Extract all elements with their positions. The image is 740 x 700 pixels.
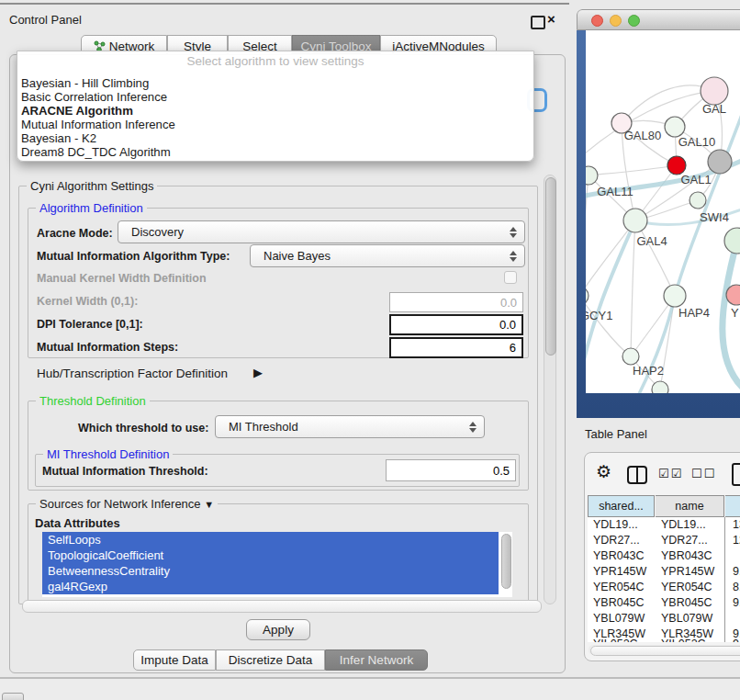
column-header-label: name <box>675 500 703 513</box>
table-horizontal-scrollbar[interactable] <box>589 645 740 655</box>
data-attributes-list[interactable]: SelfLoops TopologicalCoefficient Between… <box>42 532 512 597</box>
table-cell[interactable]: 12 <box>727 533 740 548</box>
network-graph[interactable]: GAL GAL80 GAL10 GAL1 GAL11 SWI4 GAL4 GCY… <box>586 30 740 393</box>
settings-vertical-scrollbar-thumb[interactable] <box>545 177 556 356</box>
hub-section-label[interactable]: Hub/Transcription Factor Definition <box>37 367 228 380</box>
apply-button[interactable]: Apply <box>246 619 310 640</box>
algorithm-option[interactable]: Bayesian - Hill Climbing <box>21 76 526 90</box>
attribute-item[interactable]: TopologicalCoefficient <box>42 548 499 563</box>
sources-expanded-arrow-icon[interactable]: ▼ <box>204 499 214 510</box>
table-cell[interactable]: 8. <box>727 580 740 595</box>
mi-steps-input[interactable] <box>389 337 523 358</box>
table-cell[interactable]: YBL079W <box>656 611 724 627</box>
table-cell[interactable]: YBR045C <box>656 595 724 611</box>
node-swi4[interactable] <box>690 192 706 209</box>
table-cell[interactable]: 13 <box>727 517 740 533</box>
column-separator <box>724 517 725 642</box>
mi-threshold-group-title: MI Threshold Definition <box>43 447 173 461</box>
column-header-third[interactable] <box>725 495 740 517</box>
attribute-item[interactable]: SelfLoops <box>42 532 499 548</box>
node-gal4[interactable] <box>623 209 647 232</box>
table-cell[interactable]: YBR045C <box>588 595 656 611</box>
tab-discretize-data[interactable]: Discretize Data <box>216 649 325 671</box>
network-canvas[interactable]: GAL GAL80 GAL10 GAL1 GAL11 SWI4 GAL4 GCY… <box>586 30 740 393</box>
which-threshold-select[interactable]: MI Threshold <box>215 415 485 438</box>
table-cell[interactable] <box>727 611 740 627</box>
table-cell[interactable]: YIL052C <box>656 637 724 642</box>
data-attributes-label: Data Attributes <box>35 516 120 530</box>
tab-impute-data[interactable]: Impute Data <box>133 649 216 671</box>
algorithm-option[interactable]: Basic Correlation Inference <box>21 90 526 104</box>
network-window-titlebar[interactable] <box>577 9 740 30</box>
node-bottom[interactable] <box>652 381 668 393</box>
table-cell[interactable]: YDR27... <box>588 533 656 548</box>
table-cell[interactable]: 9. <box>727 595 740 611</box>
algorithm-option[interactable]: Dream8 DC_TDC Algorithm <box>21 145 526 159</box>
hub-collapsed-arrow-icon[interactable]: ▶ <box>253 366 263 379</box>
table-cell[interactable]: YBR043C <box>588 548 656 564</box>
dpi-tolerance-input[interactable] <box>389 314 523 335</box>
settings-horizontal-scrollbar[interactable] <box>22 600 542 613</box>
node-gal2[interactable] <box>701 77 728 105</box>
table-cell[interactable]: YBR043C <box>656 548 724 564</box>
node-gray[interactable] <box>708 150 732 174</box>
bottom-left-mini-button[interactable] <box>2 693 24 700</box>
attributes-scrollbar-thumb[interactable] <box>501 534 511 589</box>
node-large-right[interactable] <box>724 228 740 254</box>
table-body[interactable]: YDL19... YDL19... 13 YDR27... YDR27... 1… <box>588 517 740 642</box>
table-cell[interactable]: YER054C <box>588 580 656 595</box>
float-window-icon[interactable] <box>531 16 545 29</box>
column-header-shared-name[interactable]: shared... <box>588 495 655 517</box>
column-header-label: shared... <box>599 500 644 513</box>
split-columns-icon[interactable] <box>627 466 647 484</box>
attribute-item[interactable]: gal4RGexp <box>42 579 499 594</box>
node-gal1-selected[interactable] <box>667 156 686 175</box>
select-all-columns-icon[interactable]: ☑☑ <box>658 467 683 480</box>
aracne-mode-value: Discovery <box>131 225 184 239</box>
tab-infer-network-label: Infer Network <box>340 653 413 667</box>
node-gal10[interactable] <box>665 117 685 137</box>
table-cell[interactable]: YDL19... <box>656 517 724 533</box>
stepper-icon <box>510 250 517 263</box>
node-gcy1[interactable] <box>586 287 589 305</box>
table-panel-title: Table Panel <box>585 427 647 441</box>
manual-kernel-width-checkbox[interactable] <box>504 271 517 284</box>
table-cell[interactable]: YPR145W <box>656 564 724 580</box>
table-cell[interactable]: 9 <box>727 637 740 642</box>
minimize-traffic-light-icon[interactable] <box>610 15 622 27</box>
attribute-item[interactable]: BetweennessCentrality <box>42 563 499 579</box>
tab-infer-network[interactable]: Infer Network <box>325 649 428 671</box>
mi-algorithm-type-select[interactable]: Naive Bayes <box>250 244 525 267</box>
deselect-all-columns-icon[interactable]: ☐☐ <box>691 467 716 480</box>
gear-icon[interactable]: ⚙ <box>596 461 611 482</box>
node-hap2[interactable] <box>622 348 639 365</box>
table-cell[interactable]: YIL052C <box>588 637 656 642</box>
table-panel: ⚙ ☑☑ ☐☐ shared... name YDL19... YDL19...… <box>584 452 740 661</box>
algorithm-option[interactable]: Mutual Information Inference <box>21 118 526 131</box>
node-hap4[interactable] <box>664 285 686 307</box>
table-cell[interactable] <box>727 548 740 564</box>
node-label: GAL10 <box>678 135 715 149</box>
aracne-mode-select[interactable]: Discovery <box>118 220 525 243</box>
table-cell[interactable]: YBL079W <box>588 611 656 627</box>
which-threshold-label: Which threshold to use: <box>78 422 208 435</box>
mi-threshold-input[interactable] <box>386 459 516 481</box>
export-table-icon[interactable] <box>732 463 740 486</box>
table-cell[interactable]: YDR27... <box>656 533 724 548</box>
network-window-focus-border: GAL GAL80 GAL10 GAL1 GAL11 SWI4 GAL4 GCY… <box>577 30 740 418</box>
algorithm-option[interactable]: Bayesian - K2 <box>21 131 526 145</box>
kernel-width-input[interactable] <box>389 292 523 312</box>
settings-vertical-scrollbar[interactable] <box>544 175 556 604</box>
algorithm-option-selected[interactable]: ARACNE Algorithm <box>21 104 526 118</box>
table-cell[interactable]: 9. <box>727 564 740 580</box>
zoom-traffic-light-icon[interactable] <box>628 15 640 27</box>
close-traffic-light-icon[interactable] <box>591 15 603 27</box>
aracne-mode-label: Aracne Mode: <box>37 227 113 240</box>
column-header-name[interactable]: name <box>656 495 724 517</box>
table-cell[interactable]: YDL19... <box>588 517 656 533</box>
table-cell[interactable]: YPR145W <box>588 564 656 580</box>
table-cell[interactable]: YER054C <box>656 580 724 595</box>
close-window-icon[interactable]: × <box>547 11 555 27</box>
stepper-icon <box>510 226 517 239</box>
table-horizontal-scrollbar-thumb[interactable] <box>590 646 740 656</box>
